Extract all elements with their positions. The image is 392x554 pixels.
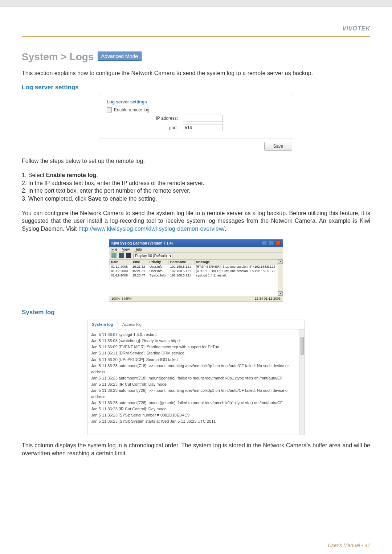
menu-file[interactable]: File xyxy=(111,247,117,251)
log-server-heading: Log server settings xyxy=(22,84,370,91)
footer-label: User's Manual - xyxy=(328,542,364,548)
kiwi-toolbar: Display 00 (Default) xyxy=(109,253,283,259)
ip-row: IP address: xyxy=(107,115,285,122)
log-panel: System log Access log Jan 5 11:36:07 sys… xyxy=(87,320,305,435)
log-body: Jan 5 11:36:07 syslogd 1.5.0: restart.Ja… xyxy=(87,329,305,435)
step-item: 2. In the port text box, enter the port … xyxy=(22,187,370,195)
col-hostname: Hostname xyxy=(168,260,194,264)
closing-text: This column displays the system log in a… xyxy=(22,442,370,457)
scrollbar[interactable]: ▴ ▾ xyxy=(278,259,283,296)
log-line: Jan 5 11:36:23 [IR Cut Control]: Day mod… xyxy=(91,406,301,412)
page: VIVOTEK System > Logs Advanced Mode This… xyxy=(0,7,392,554)
ip-label: IP address: xyxy=(107,116,183,121)
log-line: Jan 5 11:36:11 [DRM Service]: Starting D… xyxy=(91,350,301,356)
top-divider xyxy=(22,36,370,37)
ip-address-input[interactable] xyxy=(183,115,223,122)
step-item: 2. In the IP address text box, enter the… xyxy=(22,179,370,187)
table-header-row: Date Time Priority Hostname Message xyxy=(110,260,283,264)
page-title: System > Logs xyxy=(22,51,94,63)
menu-view[interactable]: View xyxy=(122,247,130,251)
toolbar-icon[interactable] xyxy=(119,253,124,258)
kiwi-body: Date Time Priority Hostname Message 01-1… xyxy=(109,259,283,296)
scroll-down-icon[interactable]: ▾ xyxy=(278,291,283,296)
panel-legend: Log server settings xyxy=(107,99,285,104)
maximize-icon[interactable] xyxy=(269,241,274,245)
intro-text: This section explains how to configure t… xyxy=(22,69,370,77)
step-item: 1. Select Enable remote log. xyxy=(22,171,370,179)
scrollbar-thumb[interactable] xyxy=(301,337,304,355)
log-line: Jan 5 11:36:23 [SYS]: Serial number = 00… xyxy=(91,412,301,418)
log-line: Jan 5 11:36:23 automount[718]: mount(gen… xyxy=(91,375,301,381)
enable-remote-log-checkbox[interactable] xyxy=(107,107,112,112)
steps-list: 1. Select Enable remote log. 2. In the I… xyxy=(22,171,370,202)
port-label: port: xyxy=(107,125,183,130)
toolbar-icon[interactable] xyxy=(111,253,117,258)
status-left: 100% 3 MPH xyxy=(111,297,132,300)
log-line: Jan 5 11:36:23 automount[728]: >> mount:… xyxy=(91,387,301,400)
tabs-bar: System log Access log xyxy=(87,320,305,329)
tab-system-log[interactable]: System log xyxy=(87,320,118,329)
port-row: port: xyxy=(107,124,285,131)
window-buttons xyxy=(261,241,281,246)
kiwi-title-text: Kiwi Syslog Daemon (Version 7.1.4) xyxy=(111,241,173,245)
follow-text: Follow the steps below to set up the rem… xyxy=(22,157,370,165)
kiwi-table: Date Time Priority Hostname Message 01-1… xyxy=(109,259,283,278)
col-date: Date xyxy=(110,260,131,264)
status-right: 15:34 01-12-2008 xyxy=(255,297,281,300)
port-input[interactable] xyxy=(183,124,223,131)
log-line: Jan 5 11:36:20 [UPnPIGDCP]: Search IGD f… xyxy=(91,357,301,363)
col-time: Time xyxy=(131,260,148,264)
log-line: Jan 5 11:36:23 automount[728]: mount(gen… xyxy=(91,400,301,406)
step-item: 3. When completed, click Save to enable … xyxy=(22,195,370,203)
system-log-heading: System log xyxy=(22,309,370,316)
log-line: Jan 5 11:36:23 [IR Cut Control]: Day mod… xyxy=(91,381,301,387)
advanced-mode-badge: Advanced Mode xyxy=(98,52,142,61)
log-server-panel: Log server settings Enable remote log IP… xyxy=(100,95,292,139)
save-row: Save xyxy=(100,142,292,151)
log-line: Jan 5 11:36:23 automount[718]: >> mount:… xyxy=(91,363,301,375)
scrollbar[interactable] xyxy=(299,329,305,435)
table-row: 01-12-200815:20:47Syslog.Info192.168.5.1… xyxy=(110,273,283,278)
kiwi-window: Kiwi Syslog Daemon (Version 7.1.4) File … xyxy=(109,239,283,301)
log-line: Jan 5 11:36:09 [EVENT MGR]: Starting eve… xyxy=(91,344,301,350)
log-line: Jan 5 11:36:23 [SYS]: System starts at W… xyxy=(91,418,301,424)
col-priority: Priority xyxy=(148,260,168,264)
toolbar-icon[interactable] xyxy=(126,253,131,258)
enable-remote-log-label: Enable remote log xyxy=(114,107,149,112)
after-steps-text: You can configure the Network Camera to … xyxy=(22,209,370,233)
footer: User's Manual - 41 xyxy=(328,542,370,548)
save-button[interactable]: Save xyxy=(264,142,292,151)
enable-row: Enable remote log xyxy=(107,107,285,112)
col-message: Message xyxy=(194,260,282,264)
kiwi-menubar: File View Help xyxy=(109,247,283,253)
menu-help[interactable]: Help xyxy=(134,247,142,251)
scroll-up-icon[interactable]: ▴ xyxy=(278,259,283,264)
brand-label: VIVOTEK xyxy=(342,25,370,32)
log-line: Jan 5 11:36:08 [swatchdog]: Ready to wat… xyxy=(91,338,301,344)
table-row: 01-12-200815:21:31User.Info192.168.5.121… xyxy=(110,269,283,273)
kiwi-titlebar: Kiwi Syslog Daemon (Version 7.1.4) xyxy=(109,239,283,247)
kiwi-statusbar: 100% 3 MPH 15:34 01-12-2008 xyxy=(109,296,283,301)
close-icon[interactable] xyxy=(275,241,281,245)
page-number: 41 xyxy=(364,542,370,548)
table-row: 01-12-200815:21:32User.Info192.168.5.121… xyxy=(110,264,283,269)
display-dropdown[interactable]: Display 00 (Default) xyxy=(133,254,172,258)
kiwi-link[interactable]: http://www.kiwisyslog.com/kiwi-syslog-da… xyxy=(78,226,225,232)
tab-access-log[interactable]: Access log xyxy=(118,320,146,329)
log-line: Jan 5 11:36:07 syslogd 1.5.0: restart. xyxy=(91,332,301,338)
minimize-icon[interactable] xyxy=(262,241,267,245)
